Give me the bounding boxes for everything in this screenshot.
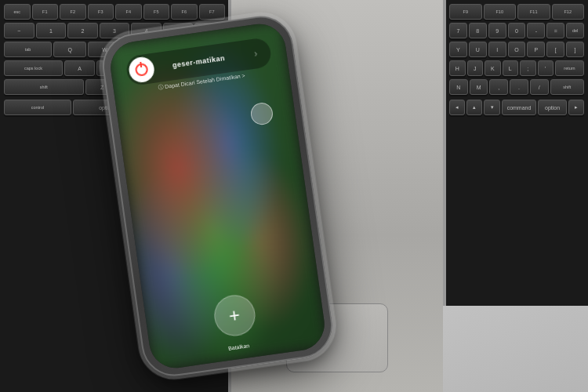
- slider-arrow: ›: [242, 46, 269, 60]
- key-arrow-left[interactable]: ◂: [449, 100, 465, 115]
- key-arrow-down[interactable]: ▾: [484, 100, 499, 115]
- key-f9[interactable]: F9: [449, 4, 482, 20]
- key-quote[interactable]: ': [538, 60, 554, 76]
- key-tab[interactable]: tab: [4, 42, 52, 57]
- keyboard-right-panel: F9 F10 F11 F12 7 8 9 0 - = del Y U I O: [443, 0, 588, 306]
- key-8[interactable]: 8: [469, 23, 487, 38]
- key-o[interactable]: O: [508, 42, 526, 57]
- key-semicolon[interactable]: ;: [520, 60, 536, 76]
- key-y[interactable]: Y: [449, 42, 467, 57]
- key-comma[interactable]: ,: [489, 79, 508, 95]
- slider-label: geser-matikan: [154, 52, 244, 72]
- key-f7[interactable]: F7: [199, 4, 226, 20]
- key-caps[interactable]: caps lock: [4, 60, 63, 76]
- slider-thumb: [128, 56, 156, 84]
- key-f4[interactable]: F4: [115, 4, 142, 20]
- key-command-right[interactable]: command: [502, 100, 537, 115]
- key-l[interactable]: L: [503, 60, 519, 76]
- key-period[interactable]: .: [510, 79, 528, 95]
- key-return[interactable]: return: [555, 60, 584, 76]
- keys-right: F9 F10 F11 F12 7 8 9 0 - = del Y U I O: [449, 4, 584, 117]
- key-shift-right[interactable]: shift: [550, 79, 584, 95]
- key-7[interactable]: 7: [449, 23, 467, 38]
- key-k[interactable]: K: [485, 60, 501, 76]
- key-arrow-right[interactable]: ▸: [568, 100, 584, 115]
- key-2[interactable]: 2: [67, 23, 98, 38]
- key-f5[interactable]: F5: [143, 4, 170, 20]
- key-arrow-up[interactable]: ▴: [466, 100, 482, 115]
- key-f10[interactable]: F10: [484, 4, 517, 20]
- key-a[interactable]: A: [64, 60, 95, 76]
- key-bracket-open[interactable]: [: [546, 42, 564, 57]
- key-equal[interactable]: =: [546, 23, 564, 38]
- key-1[interactable]: 1: [36, 23, 67, 38]
- cancel-plus-icon: +: [227, 306, 241, 326]
- key-delete[interactable]: del: [566, 23, 584, 38]
- key-f11[interactable]: F11: [517, 4, 550, 20]
- key-f3[interactable]: F3: [88, 4, 114, 20]
- key-h[interactable]: H: [449, 60, 466, 76]
- key-i[interactable]: I: [488, 42, 506, 57]
- key-f6[interactable]: F6: [171, 4, 198, 20]
- key-shift-left[interactable]: shift: [4, 79, 84, 95]
- key-q[interactable]: Q: [53, 42, 86, 57]
- key-f2[interactable]: F2: [60, 4, 86, 20]
- key-0[interactable]: 0: [508, 23, 526, 38]
- key-m[interactable]: M: [470, 79, 488, 95]
- key-p[interactable]: P: [527, 42, 545, 57]
- key-minus[interactable]: -: [527, 23, 545, 38]
- key-esc[interactable]: esc: [4, 4, 31, 20]
- key-control[interactable]: control: [4, 100, 71, 115]
- key-n[interactable]: N: [449, 79, 468, 95]
- key-option-right[interactable]: option: [538, 100, 566, 115]
- key-f12[interactable]: F12: [552, 4, 585, 20]
- key-u[interactable]: U: [469, 42, 487, 57]
- key-backtick[interactable]: ~: [4, 23, 34, 38]
- power-icon: [135, 63, 149, 77]
- key-9[interactable]: 9: [488, 23, 506, 38]
- key-slash[interactable]: /: [530, 79, 549, 95]
- key-bracket-close[interactable]: ]: [566, 42, 584, 57]
- key-f1[interactable]: F1: [32, 4, 59, 20]
- key-j[interactable]: J: [467, 60, 484, 76]
